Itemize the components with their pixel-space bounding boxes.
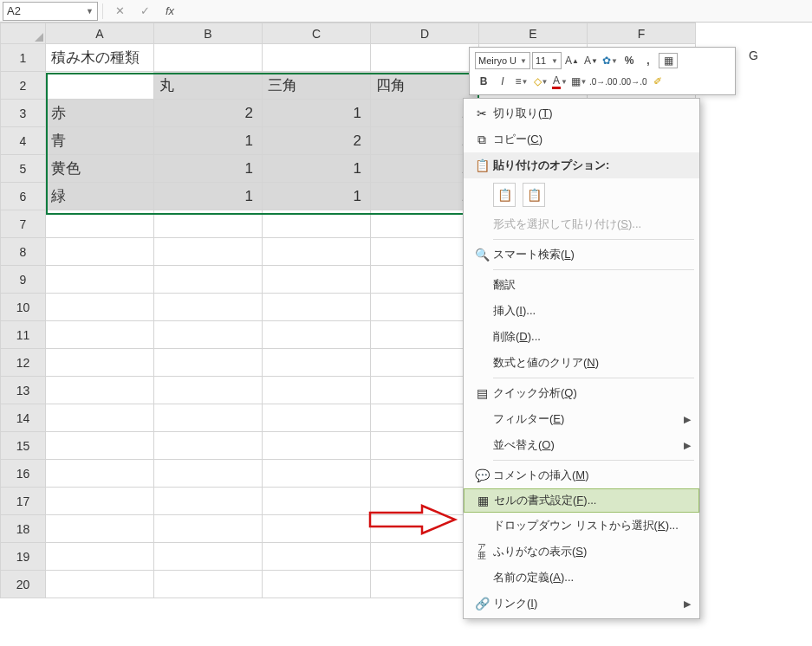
- row-header-13[interactable]: 13: [1, 377, 46, 404]
- scissors-icon: ✂: [471, 107, 493, 120]
- ctx-sort[interactable]: 並べ替え(O) ▶: [464, 432, 699, 458]
- paste-option-2-icon[interactable]: 📋: [523, 183, 545, 207]
- ctx-format-cells[interactable]: ▦ セルの書式設定(F)...: [464, 488, 699, 513]
- row-header-6[interactable]: 6: [1, 183, 46, 210]
- col-header-D[interactable]: D: [371, 23, 479, 44]
- cell-B1[interactable]: [154, 44, 263, 72]
- percent-icon[interactable]: %: [620, 52, 638, 69]
- row-header-5[interactable]: 5: [1, 155, 46, 183]
- row-header-10[interactable]: 10: [1, 294, 46, 321]
- row-header-4[interactable]: 4: [1, 127, 46, 155]
- ctx-pick-from-dropdown[interactable]: ドロップダウン リストから選択(K)...: [464, 513, 699, 539]
- ctx-insert-comment[interactable]: 💬 コメントの挿入(M): [464, 462, 699, 488]
- svg-marker-0: [370, 506, 455, 533]
- cell-C1[interactable]: [263, 44, 371, 72]
- row-header-19[interactable]: 19: [1, 543, 46, 571]
- quick-analysis-icon: ▤: [471, 386, 493, 400]
- confirm-icon[interactable]: ✓: [140, 4, 150, 17]
- format-cells-icon: ▦: [471, 494, 494, 507]
- cell-B6[interactable]: 1: [154, 183, 263, 210]
- ctx-link[interactable]: 🔗 リンク(I) ▶: [464, 591, 699, 617]
- row-header-3[interactable]: 3: [1, 100, 46, 127]
- ctx-show-furigana[interactable]: ア亜 ふりがなの表示(S): [464, 539, 699, 565]
- ctx-clear-contents[interactable]: 数式と値のクリア(N): [464, 350, 699, 376]
- row-header-7[interactable]: 7: [1, 210, 46, 238]
- annotation-arrow-icon: [370, 502, 457, 539]
- border-icon[interactable]: ▦▼: [570, 73, 588, 90]
- row-header-17[interactable]: 17: [1, 488, 46, 515]
- ctx-filter[interactable]: フィルター(E) ▶: [464, 406, 699, 432]
- cell-C6[interactable]: 1: [263, 183, 371, 210]
- align-icon[interactable]: ≡▼: [513, 73, 530, 90]
- row-header-14[interactable]: 14: [1, 404, 46, 432]
- row-header-12[interactable]: 12: [1, 349, 46, 377]
- cell-B5[interactable]: 1: [154, 155, 263, 183]
- cell-A5[interactable]: 黄色: [46, 155, 154, 183]
- bold-icon[interactable]: B: [475, 73, 492, 90]
- col-header-A[interactable]: A: [46, 23, 154, 44]
- decrease-font-icon[interactable]: A▼: [582, 52, 600, 69]
- cell-B2[interactable]: 丸: [154, 72, 263, 100]
- row-header-11[interactable]: 11: [1, 321, 46, 349]
- ctx-insert[interactable]: 挿入(I)...: [464, 298, 699, 324]
- ctx-smart-lookup[interactable]: 🔍 スマート検索(L): [464, 242, 699, 268]
- font-size-selector[interactable]: 11▼: [532, 52, 562, 69]
- comma-icon[interactable]: ,: [640, 52, 657, 69]
- format-painter-icon[interactable]: ✿▼: [601, 52, 619, 69]
- clear-format-icon[interactable]: ✐: [649, 73, 666, 90]
- cancel-icon[interactable]: ✕: [115, 4, 125, 17]
- ctx-quick-analysis[interactable]: ▤ クイック分析(Q): [464, 380, 699, 406]
- fill-color-icon[interactable]: ◇▼: [532, 73, 549, 90]
- ctx-delete[interactable]: 削除(D)...: [464, 324, 699, 350]
- row-header-20[interactable]: 20: [1, 571, 46, 598]
- ctx-paste-special: 形式を選択して貼り付け(S)...: [464, 211, 699, 237]
- decrease-decimal-icon[interactable]: .00→.0: [619, 73, 646, 90]
- font-name-selector[interactable]: Meiryo U▼: [475, 52, 530, 69]
- cell-A2[interactable]: [46, 72, 154, 100]
- cell-C4[interactable]: 2: [263, 127, 371, 155]
- cell-C2[interactable]: 三角: [263, 72, 371, 100]
- cell-D2[interactable]: 四角: [371, 72, 479, 100]
- paste-option-1-icon[interactable]: 📋: [493, 183, 516, 207]
- row-header-8[interactable]: 8: [1, 238, 46, 266]
- increase-font-icon[interactable]: A▲: [563, 52, 581, 69]
- col-header-C[interactable]: C: [263, 23, 371, 44]
- row-header-18[interactable]: 18: [1, 515, 46, 543]
- separator: [493, 269, 694, 270]
- cell-D1[interactable]: [371, 44, 479, 72]
- ctx-translate[interactable]: 翻訳: [464, 272, 699, 298]
- formula-buttons: ✕ ✓ fx: [115, 4, 174, 17]
- cell-A7[interactable]: [46, 210, 154, 238]
- row-header-2[interactable]: 2: [1, 72, 46, 100]
- fx-icon[interactable]: fx: [166, 4, 174, 17]
- font-color-icon[interactable]: A▼: [551, 73, 568, 90]
- cell-A3[interactable]: 赤: [46, 100, 154, 127]
- row-header-16[interactable]: 16: [1, 460, 46, 488]
- col-header-F[interactable]: F: [588, 23, 696, 44]
- col-header-E[interactable]: E: [479, 23, 588, 44]
- cell-C3[interactable]: 1: [263, 100, 371, 127]
- chevron-right-icon: ▶: [684, 598, 691, 610]
- row-header-9[interactable]: 9: [1, 266, 46, 294]
- separator: [493, 378, 694, 378]
- ctx-copy[interactable]: ⧉ コピー(C): [464, 126, 699, 152]
- select-all-corner[interactable]: [1, 23, 46, 44]
- name-box[interactable]: A2 ▼: [3, 2, 98, 21]
- cell-B4[interactable]: 1: [154, 127, 263, 155]
- copy-icon: ⧉: [471, 132, 493, 147]
- cell-A6[interactable]: 緑: [46, 183, 154, 210]
- table-format-icon[interactable]: ▦: [659, 53, 678, 68]
- ctx-define-name[interactable]: 名前の定義(A)...: [464, 565, 699, 591]
- col-header-G[interactable]: G: [749, 48, 758, 62]
- row-header-1[interactable]: 1: [1, 44, 46, 72]
- cell-A4[interactable]: 青: [46, 127, 154, 155]
- cell-B3[interactable]: 2: [154, 100, 263, 127]
- chevron-down-icon[interactable]: ▼: [86, 7, 94, 16]
- col-header-B[interactable]: B: [154, 23, 263, 44]
- increase-decimal-icon[interactable]: .0→.00: [589, 73, 617, 90]
- cell-A1[interactable]: 積み木の種類: [46, 44, 154, 72]
- cell-C5[interactable]: 1: [263, 155, 371, 183]
- ctx-cut[interactable]: ✂ 切り取り(T): [464, 100, 699, 126]
- row-header-15[interactable]: 15: [1, 432, 46, 460]
- italic-icon[interactable]: I: [494, 73, 511, 90]
